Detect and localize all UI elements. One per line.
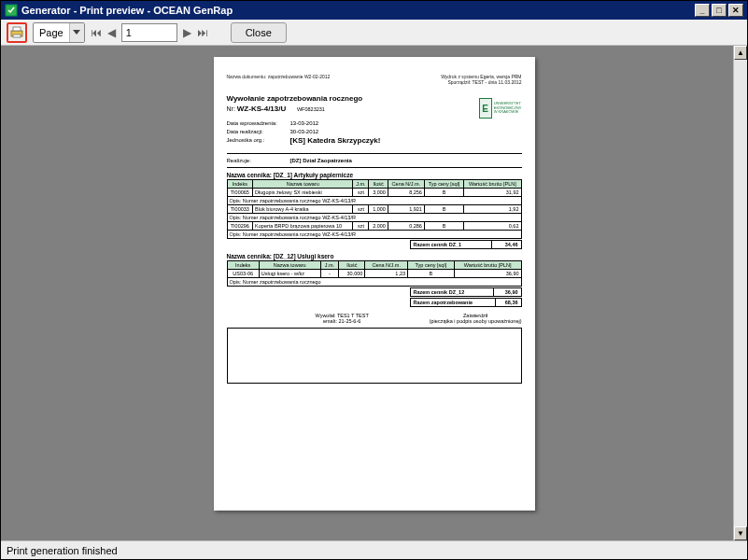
vertical-scrollbar[interactable]: ▲ ▼ <box>733 46 747 540</box>
app-icon <box>5 4 18 17</box>
dropdown-arrow-icon[interactable] <box>69 23 84 42</box>
signature-box <box>227 328 522 384</box>
close-window-button[interactable]: ✕ <box>728 4 743 17</box>
doc-hdr-right: Wydruk z systemu Egeria, wersja PRM Spor… <box>441 74 521 85</box>
first-page-button[interactable]: ⏮ <box>91 26 102 39</box>
doc-hdr-left: Nazwa dokumentu: zapotrzebowanie W2-02-2… <box>227 74 331 85</box>
sign-block: Wywołał: TES1 T TEST emalt: 21-25-6-6 Za… <box>227 313 522 324</box>
section1-title: Nazwa cennika: [DZ_1] Artykuły papiernic… <box>227 172 522 178</box>
toolbar: Page ⏮ ◀ ▶ ⏭ Close <box>1 20 747 46</box>
last-page-button[interactable]: ⏭ <box>197 26 208 39</box>
table-row: TI00065Długopis żelowy SX niebieskiszt3,… <box>227 188 521 196</box>
app-window: Generator - Print preview - OCEAN GenRap… <box>0 0 748 560</box>
status-text: Print generation finished <box>7 545 118 556</box>
svg-rect-3 <box>13 35 21 37</box>
maximize-button[interactable]: □ <box>712 4 727 17</box>
document-page: Nazwa dokumentu: zapotrzebowanie W2-02-2… <box>214 57 535 511</box>
status-bar: Print generation finished <box>1 540 747 559</box>
page-scale-select[interactable]: Page <box>33 22 85 43</box>
section1-table: Indeks Nazwa towaru J.m. Ilość Cena N/J.… <box>227 179 522 239</box>
svg-rect-2 <box>13 27 21 31</box>
section2-table: IndeksNazwa towaruJ.m.IlośćCena N/J.m.Ty… <box>227 260 522 287</box>
table-row: TI00296Koperta BRPD brązowa papierowa 10… <box>227 221 521 230</box>
scroll-down-icon[interactable]: ▼ <box>734 526 747 540</box>
doc-title: Wywołanie zapotrzebowania rocznego <box>227 94 363 103</box>
table-row: US03-06Usługi ksero - w/kz-30,0001,23B36… <box>227 269 521 277</box>
logo-text: UNIWERSYTETEKONOMICZNYW KRAKOWIE <box>494 102 522 114</box>
logo: E UNIWERSYTETEKONOMICZNYW KRAKOWIE <box>479 94 522 122</box>
scroll-up-icon[interactable]: ▲ <box>734 46 747 60</box>
page-scale-label: Page <box>34 27 69 38</box>
doc-title-block: Wywołanie zapotrzebowania rocznego Nr: W… <box>227 91 522 154</box>
title-bar: Generator - Print preview - OCEAN GenRap… <box>1 1 747 20</box>
window-title: Generator - Print preview - OCEAN GenRap <box>21 5 695 16</box>
page-number-input[interactable] <box>121 23 177 42</box>
window-controls: _ □ ✕ <box>695 4 743 17</box>
close-preview-button[interactable]: Close <box>231 22 287 43</box>
section2-title: Nazwa cennika: [DZ_12] Usługi ksero <box>227 253 522 259</box>
prev-page-button[interactable]: ◀ <box>107 26 116 39</box>
print-button[interactable] <box>7 22 27 43</box>
logo-icon: E <box>479 98 492 119</box>
next-page-button[interactable]: ▶ <box>183 26 191 39</box>
preview-area: Nazwa dokumentu: zapotrzebowanie W2-02-2… <box>1 46 747 540</box>
minimize-button[interactable]: _ <box>695 4 710 17</box>
table-row: TI00033Blok biurowy A-4 kratkaszt1,0001,… <box>227 204 521 213</box>
